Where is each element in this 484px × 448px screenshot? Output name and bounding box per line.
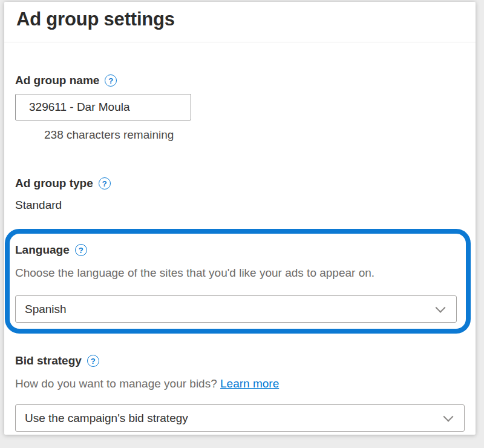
bid-strategy-label-row: Bid strategy ?: [15, 354, 465, 367]
settings-form: Ad group name ? 238 characters remaining…: [4, 74, 476, 432]
bid-strategy-label: Bid strategy: [15, 354, 82, 367]
language-selected-value: Spanish: [25, 303, 67, 316]
ad-group-name-label-row: Ad group name ?: [15, 74, 465, 87]
ad-group-type-section: Ad group type ? Standard: [15, 177, 465, 212]
card-header: Ad group settings: [4, 2, 476, 42]
language-description: Choose the language of the sites that yo…: [15, 266, 457, 280]
chevron-down-icon: [443, 411, 454, 421]
bid-strategy-dropdown[interactable]: Use the campaign's bid strategy: [15, 404, 465, 432]
bid-strategy-section: Bid strategy ? How do you want to manage…: [15, 354, 465, 432]
help-icon[interactable]: ?: [87, 355, 99, 367]
language-dropdown[interactable]: Spanish: [15, 295, 457, 323]
help-icon[interactable]: ?: [105, 74, 117, 87]
ad-group-name-input[interactable]: [15, 94, 191, 120]
bid-strategy-description: How do you want to manage your bids? Lea…: [15, 377, 465, 390]
ad-group-name-section: Ad group name ? 238 characters remaining: [15, 74, 465, 142]
help-icon[interactable]: ?: [99, 177, 111, 189]
ad-group-type-value: Standard: [15, 199, 465, 212]
learn-more-link[interactable]: Learn more: [220, 377, 279, 390]
bid-strategy-question: How do you want to manage your bids?: [15, 377, 217, 390]
bid-strategy-selected-value: Use the campaign's bid strategy: [25, 412, 188, 425]
ad-group-type-label: Ad group type: [15, 177, 93, 190]
chevron-down-icon: [436, 302, 446, 312]
ad-group-settings-card: Ad group settings Ad group name ? 238 ch…: [4, 2, 476, 435]
characters-remaining-text: 238 characters remaining: [44, 128, 465, 142]
language-label: Language: [15, 243, 70, 257]
language-highlight-box: Language ? Choose the language of the si…: [5, 229, 471, 334]
page-title: Ad group settings: [16, 8, 463, 30]
help-icon[interactable]: ?: [75, 244, 87, 256]
language-label-row: Language ?: [15, 243, 457, 257]
ad-group-type-label-row: Ad group type ?: [15, 177, 465, 190]
ad-group-name-label: Ad group name: [15, 74, 99, 87]
